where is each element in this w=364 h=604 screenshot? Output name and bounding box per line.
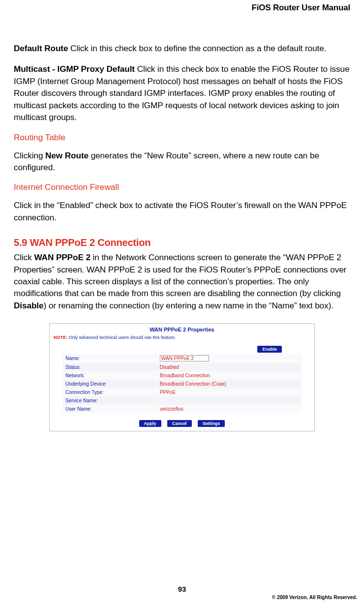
subhead-routing-table: Routing Table: [14, 132, 350, 143]
panel-body: Enable Name: Status: Disabled Network: B…: [50, 343, 314, 415]
row-label: Underlying Device:: [62, 380, 157, 388]
cancel-button[interactable]: Cancel: [167, 420, 192, 427]
para-multicast: Multicast - IGMP Proxy Default Click in …: [14, 63, 350, 123]
para-firewall: Click in the “Enabled” check box to acti…: [14, 199, 350, 223]
table-row: Name:: [62, 354, 302, 363]
table-row: Underlying Device: Broadband Connection …: [62, 380, 302, 388]
header-title: FiOS Router User Manual: [14, 0, 350, 42]
bold-multicast: Multicast - IGMP Proxy Default: [14, 64, 135, 74]
row-label: Network:: [62, 371, 157, 380]
bold-new-route: New Route: [45, 151, 89, 160]
name-input[interactable]: [160, 355, 209, 362]
row-value: Disabled: [157, 363, 302, 371]
row-value: PPPoE: [157, 388, 302, 396]
button-row: Apply Cancel Settings: [50, 415, 314, 431]
para-new-route: Clicking New Route generates the “New Ro…: [14, 150, 350, 174]
row-value: Broadband Connection: [157, 371, 302, 380]
section-head-wan-pppoe2: 5.9 WAN PPPoE 2 Connection: [14, 237, 350, 248]
apply-button[interactable]: Apply: [139, 420, 161, 427]
p5b1: WAN PPPoE 2: [34, 252, 90, 262]
enable-row: Enable: [62, 343, 302, 354]
p5b2: Disable: [14, 301, 43, 310]
row-value: verizonfios: [157, 405, 302, 413]
panel-note: NOTE: Only advanced technical users shou…: [50, 334, 314, 343]
properties-panel: WAN PPPoE 2 Properties NOTE: Only advanc…: [49, 323, 315, 431]
enable-button[interactable]: Enable: [257, 346, 282, 353]
subhead-firewall: Internet Connection Firewall: [14, 182, 350, 192]
panel-title: WAN PPPoE 2 Properties: [50, 324, 314, 334]
text-new-route-pre: Clicking: [14, 151, 45, 160]
row-value: Broadband Connection (Coax): [157, 380, 302, 388]
row-value: [157, 396, 302, 405]
text-default-route: Click in this check box to define the co…: [68, 43, 326, 53]
settings-button[interactable]: Settings: [198, 420, 225, 427]
table-row: Connection Type: PPPoE: [62, 388, 302, 396]
panel-note-label: NOTE:: [54, 335, 67, 340]
p5a: Click: [14, 252, 34, 262]
table-row: Service Name:: [62, 396, 302, 405]
page-number: 93: [0, 585, 364, 593]
row-label: Connection Type:: [62, 388, 157, 396]
properties-table: Name: Status: Disabled Network: Broadban…: [62, 354, 302, 413]
para-wan-pppoe2: Click WAN PPPoE 2 in the Network Connect…: [14, 251, 350, 311]
bold-default-route: Default Route: [14, 43, 68, 53]
row-label: User Name:: [62, 405, 157, 413]
table-row: Status: Disabled: [62, 363, 302, 371]
panel-note-text: Only advanced technical users should use…: [67, 335, 176, 340]
p5c: ) or renaming the connection (by enterin…: [43, 301, 333, 310]
para-default-route: Default Route Click in this check box to…: [14, 42, 350, 54]
row-label: Name:: [62, 354, 157, 363]
row-label: Status:: [62, 363, 157, 371]
table-row: User Name: verizonfios: [62, 405, 302, 413]
table-row: Network: Broadband Connection: [62, 371, 302, 380]
copyright: © 2009 Verizon. All Rights Reserved.: [272, 595, 357, 600]
row-label: Service Name:: [62, 396, 157, 405]
row-value: [157, 354, 302, 363]
